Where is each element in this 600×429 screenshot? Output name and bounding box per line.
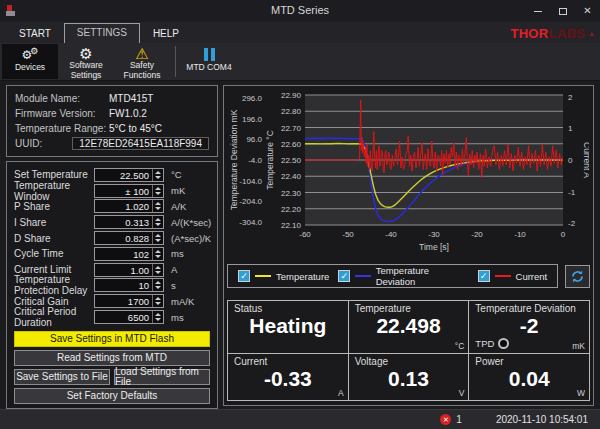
setting-input-critical-period-duration[interactable]: 6500	[94, 310, 164, 324]
spin-down-icon[interactable]	[155, 239, 161, 242]
close-icon: ✕	[583, 6, 591, 16]
spin-up-icon[interactable]	[155, 313, 161, 316]
setting-unit: (A*sec)/K	[164, 233, 210, 244]
spin-down-icon[interactable]	[155, 271, 161, 274]
svg-text:-10: -10	[514, 230, 526, 239]
setting-input-set-temperature[interactable]: 22.500	[94, 168, 164, 182]
spin-up-icon[interactable]	[155, 218, 161, 221]
setting-row-p-share: P Share1.020A/K	[14, 199, 210, 215]
read-settings-button[interactable]: Read Settings from MTD	[14, 350, 210, 366]
tab-start[interactable]: START	[6, 25, 64, 43]
spin-down-icon[interactable]	[155, 207, 161, 210]
spin-up-icon[interactable]	[155, 202, 161, 205]
spin-down-icon[interactable]	[155, 223, 161, 226]
svg-text:-204.0: -204.0	[239, 197, 262, 206]
module-info-row: Module Name:MTD415T	[15, 91, 209, 106]
spin-up-icon[interactable]	[155, 234, 161, 237]
tab-help[interactable]: HELP	[140, 25, 192, 43]
svg-text:22.10: 22.10	[280, 221, 301, 230]
spin-up-icon[interactable]	[155, 281, 161, 284]
legend-checkbox-current[interactable]: ✓	[478, 270, 490, 282]
spin-down-icon[interactable]	[155, 302, 161, 305]
spin-down-icon[interactable]	[155, 318, 161, 321]
setting-unit: mK	[164, 185, 210, 196]
spin-up-icon[interactable]	[155, 250, 161, 253]
setting-input-p-share[interactable]: 1.020	[94, 199, 164, 213]
setting-value: 1.00	[95, 264, 152, 276]
setting-row-cycle-time: Cycle Time102ms	[14, 246, 210, 262]
svg-text:Current A: Current A	[582, 142, 589, 178]
spin-up-icon[interactable]	[155, 187, 161, 190]
ribbon-button-mtd-com4[interactable]: MTD COM4	[181, 44, 237, 79]
tile-label: Temperature	[355, 303, 463, 314]
setting-input-d-share[interactable]: 0.828	[94, 231, 164, 245]
tile-label: Current	[234, 356, 342, 367]
svg-text:22.50: 22.50	[280, 156, 301, 165]
spin-down-icon[interactable]	[155, 286, 161, 289]
svg-text:22.20: 22.20	[280, 205, 301, 214]
svg-text:22.30: 22.30	[280, 189, 301, 198]
setting-value: 10	[95, 279, 152, 291]
ribbon-button-safety-functions[interactable]: ⚠Safety Functions	[114, 44, 170, 79]
tile-value: -2	[475, 315, 583, 337]
pause-icon	[204, 46, 215, 63]
maximize-button[interactable]	[550, 0, 575, 22]
setting-unit: ms	[164, 248, 210, 259]
module-info-row: UUID:12E78ED26415EA118F994	[15, 136, 209, 151]
setting-input-i-share[interactable]: 0.313	[94, 215, 164, 229]
tpd-label: TPD	[475, 338, 494, 349]
spinner-arrows	[152, 295, 163, 307]
error-count: 1	[456, 414, 462, 425]
setting-unit: s	[164, 280, 210, 291]
setting-input-cycle-time[interactable]: 102	[94, 247, 164, 261]
close-button[interactable]: ✕	[575, 0, 600, 22]
minimize-button[interactable]	[525, 0, 550, 22]
legend-color-dash	[495, 275, 511, 277]
tile-status: StatusHeating	[228, 301, 348, 353]
legend-checkbox-temperature[interactable]: ✓	[238, 270, 250, 282]
module-info-label: Temperature Range:	[15, 123, 109, 134]
tpd-lamp-icon	[498, 338, 509, 349]
ribbon-toolbar: ⚙⚙Devices⚙Software Settings⚠Safety Funct…	[0, 43, 600, 81]
spin-down-icon[interactable]	[155, 255, 161, 258]
legend-checkbox-temperature-deviation[interactable]: ✓	[338, 270, 350, 282]
legend-label: Current	[516, 271, 548, 282]
setting-input-critical-gain[interactable]: 1700	[94, 294, 164, 308]
svg-text:-30: -30	[428, 230, 440, 239]
spin-up-icon[interactable]	[155, 297, 161, 300]
spinner-arrows	[152, 169, 163, 181]
ribbon-button-software-settings[interactable]: ⚙Software Settings	[58, 44, 114, 79]
svg-text:Temperature Deviation mK: Temperature Deviation mK	[229, 109, 239, 210]
refresh-chart-button[interactable]	[565, 265, 590, 288]
setting-row-temperature-window: Temperature Window± 100mK	[14, 183, 210, 199]
error-icon[interactable]: ✕	[440, 414, 451, 425]
setting-input-temperature-window[interactable]: ± 100	[94, 184, 164, 198]
load-settings-file-button[interactable]: Load Settings from File	[114, 369, 210, 385]
svg-text:-20: -20	[471, 230, 483, 239]
ribbon-button-label: Devices	[15, 63, 45, 73]
setting-input-current-limit[interactable]: 1.00	[94, 263, 164, 277]
spin-down-icon[interactable]	[155, 176, 161, 179]
module-info-label: UUID:	[15, 138, 72, 149]
collapse-ribbon-icon[interactable]: ▲	[588, 30, 595, 37]
ribbon-button-devices[interactable]: ⚙⚙Devices	[2, 44, 58, 79]
spin-up-icon[interactable]	[155, 266, 161, 269]
setting-value: 102	[95, 248, 152, 260]
tab-settings[interactable]: SETTINGS	[64, 23, 140, 43]
module-info-row: Firmware Version:FW1.0.2	[15, 106, 209, 121]
legend-label: Temperature	[276, 271, 329, 282]
spin-up-icon[interactable]	[155, 171, 161, 174]
spin-down-icon[interactable]	[155, 192, 161, 195]
logo-labs: LABS	[548, 26, 585, 41]
setting-value: 0.828	[95, 232, 152, 244]
save-settings-file-button[interactable]: Save Settings to File	[14, 369, 110, 385]
save-settings-flash-button[interactable]: Save Settings in MTD Flash	[14, 331, 210, 347]
devices-gears-icon: ⚙⚙	[22, 46, 39, 63]
setting-label: Cycle Time	[14, 248, 94, 259]
setting-input-temperature-protection-delay[interactable]: 10	[94, 278, 164, 292]
factory-defaults-button[interactable]: Set Factory Defaults	[14, 388, 210, 404]
setting-value: 6500	[95, 311, 152, 323]
legend-item-current: ✓Current	[478, 270, 548, 282]
setting-value: 22.500	[95, 169, 152, 181]
spinner-arrows	[152, 200, 163, 212]
